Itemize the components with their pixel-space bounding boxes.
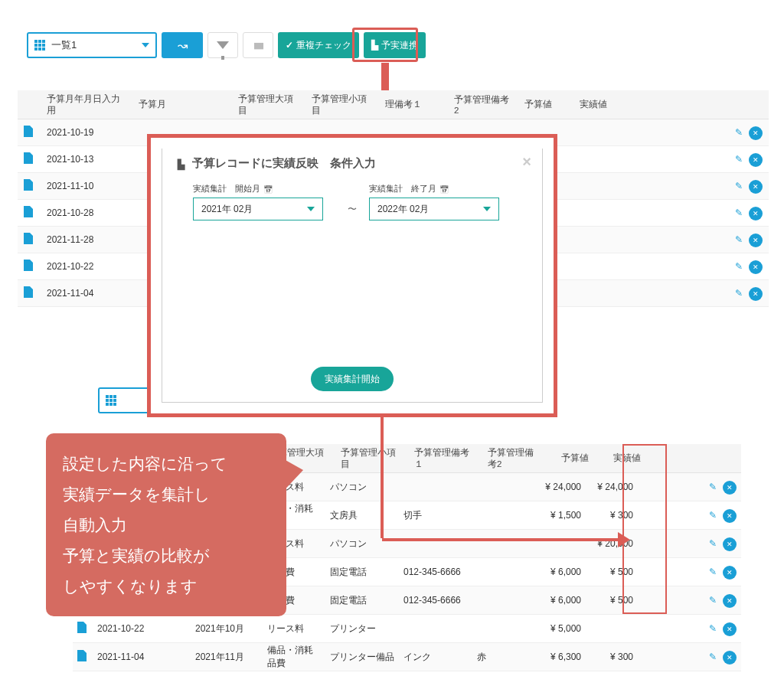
col-month: 予算月	[132, 99, 232, 110]
delete-icon[interactable]	[749, 207, 763, 220]
cell-note1: 012-345-6666	[399, 595, 472, 606]
arrow-down-icon	[381, 417, 384, 538]
delete-icon[interactable]	[723, 566, 737, 580]
delete-icon[interactable]	[749, 180, 763, 194]
modal-header: 予算レコードに実績反映 条件入力 ×	[162, 149, 542, 183]
chart-toggle-button[interactable]	[162, 32, 203, 58]
modal-title: 予算レコードに実績反映 条件入力	[192, 156, 376, 171]
document-icon	[24, 286, 33, 298]
delete-icon[interactable]	[723, 594, 737, 608]
document-icon	[24, 233, 33, 244]
range-tilde: 〜	[348, 203, 357, 220]
delete-icon[interactable]	[723, 481, 737, 495]
delete-icon[interactable]	[749, 126, 763, 140]
edit-icon[interactable]	[732, 206, 746, 220]
cell-month: 2021年11月	[191, 651, 263, 664]
cell-date: 2021-10-19	[41, 127, 132, 138]
document-icon	[24, 206, 33, 217]
cell-note1: インク	[399, 651, 472, 664]
barchart-icon	[371, 40, 378, 51]
cell-note1: 切手	[399, 509, 472, 522]
filter-button[interactable]	[207, 32, 238, 58]
run-aggregation-button[interactable]: 実績集計開始	[311, 367, 394, 391]
chevron-down-icon	[142, 43, 149, 47]
end-month-select[interactable]: 2022年 02月	[369, 198, 499, 220]
cell-actual: ¥ 500	[586, 595, 638, 606]
start-month-field: 実績集計 開始月 2021年 02月	[193, 183, 335, 220]
edit-icon[interactable]	[706, 622, 720, 635]
cell-date: 2021-11-04	[41, 288, 132, 299]
cell-budget: ¥ 1,500	[534, 510, 586, 521]
cell-date: 2021-10-22	[93, 623, 191, 634]
cell-budget: ¥ 6,000	[534, 567, 586, 577]
delete-icon[interactable]	[749, 260, 763, 274]
arrow-right-icon	[382, 538, 619, 541]
cell-date: 2021-11-04	[93, 652, 191, 662]
col-budget: 予算値	[543, 452, 595, 464]
edit-icon[interactable]	[706, 508, 720, 522]
delete-icon[interactable]	[749, 287, 763, 301]
delete-icon[interactable]	[723, 622, 737, 636]
callout-bubble: 設定した内容に沿って 実績データを集計し 自動入力 予算と実績の比較が しやすく…	[46, 433, 286, 616]
edit-icon[interactable]	[732, 233, 746, 247]
edit-icon[interactable]	[706, 593, 720, 607]
col-budget: 予算値	[518, 99, 573, 110]
view-label: 一覧1	[51, 38, 142, 52]
secondary-toolbar	[98, 387, 152, 413]
delete-icon[interactable]	[723, 651, 737, 665]
edit-icon[interactable]	[706, 480, 720, 494]
edit-icon[interactable]	[732, 260, 746, 273]
cell-date: 2021-10-28	[41, 207, 132, 218]
edit-icon[interactable]	[732, 179, 746, 193]
modal: 予算レコードに実績反映 条件入力 × 実績集計 開始月 2021年 02月 〜 …	[162, 149, 543, 403]
cell-minor: 文房具	[325, 509, 399, 522]
duplicate-check-button[interactable]: 重複チェック	[278, 32, 359, 58]
cell-date: 2021-11-28	[41, 234, 132, 245]
modal-highlight: 予算レコードに実績反映 条件入力 × 実績集計 開始月 2021年 02月 〜 …	[147, 134, 557, 417]
delete-icon[interactable]	[749, 233, 763, 247]
col-minor: 予算管理小項目	[335, 447, 408, 470]
table-header: 予算月年月日入力用 予算月 予算管理大項目 予算管理小項目 理備考１ 予算管理備…	[18, 90, 769, 119]
col-note1: 理備考１	[379, 99, 448, 110]
delete-icon[interactable]	[723, 537, 737, 551]
view-selector-2[interactable]	[98, 387, 152, 413]
grid-icon	[106, 395, 118, 406]
edit-icon[interactable]	[732, 126, 746, 139]
delete-icon[interactable]	[749, 153, 763, 167]
edit-icon[interactable]	[732, 152, 746, 166]
document-icon	[24, 126, 33, 137]
budget-link-button[interactable]: 予実連携	[364, 32, 426, 58]
check-icon	[286, 40, 293, 51]
cell-note1: 012-345-6666	[399, 567, 472, 577]
view-selector[interactable]: 一覧1	[27, 32, 157, 58]
delete-icon[interactable]	[723, 509, 737, 523]
table-row[interactable]: 2021-11-042021年11月備品・消耗品費プリンター備品インク赤¥ 6,…	[73, 643, 741, 671]
bar-chart-icon	[253, 40, 263, 51]
cell-minor: プリンター	[325, 622, 399, 635]
cell-minor: パソコン	[325, 481, 399, 494]
edit-icon[interactable]	[732, 286, 746, 300]
edit-icon[interactable]	[706, 565, 720, 579]
cell-date: 2021-10-13	[41, 154, 132, 165]
col-note1: 予算管理備考１	[408, 447, 482, 470]
document-icon	[77, 622, 87, 633]
cell-budget: ¥ 24,000	[534, 482, 586, 492]
col-note2: 予算管理備考2	[482, 447, 543, 470]
funnel-icon	[217, 41, 229, 49]
bar-chart-button[interactable]	[243, 32, 273, 58]
edit-icon[interactable]	[706, 650, 720, 664]
cell-major: リース料	[263, 622, 325, 635]
table-row[interactable]: 2021-10-222021年10月リース料プリンター¥ 5,000	[73, 615, 741, 643]
chevron-down-icon	[307, 207, 315, 211]
col-major: 予算管理大項目	[232, 93, 305, 116]
col-actual: 実績値	[573, 99, 629, 110]
col-date-input: 予算月年月日入力用	[41, 93, 132, 116]
col-actual: 実績値	[595, 452, 647, 464]
close-icon[interactable]: ×	[522, 153, 531, 171]
edit-icon[interactable]	[706, 537, 720, 550]
document-icon	[24, 179, 33, 191]
start-month-select[interactable]: 2021年 02月	[193, 198, 323, 220]
calendar-icon	[439, 185, 449, 194]
cell-minor: プリンター備品	[325, 651, 399, 664]
cell-date: 2021-11-10	[41, 181, 132, 191]
